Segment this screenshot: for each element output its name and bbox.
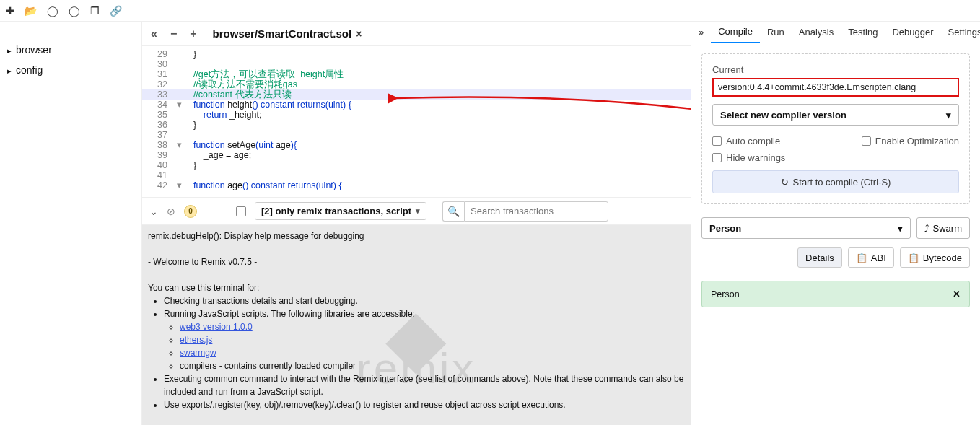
code-editor[interactable]: 29 }3031 //get方法，可以查看读取_height属性32 //读取方… [142, 46, 691, 198]
search-icon[interactable]: 🔍 [442, 201, 464, 222]
current-label: Current [712, 64, 959, 75]
optimize-checkbox[interactable]: Enable Optimization [862, 136, 959, 146]
new-file-icon[interactable]: ✚ [6, 5, 14, 17]
compile-button-label: Start to compile (Ctrl-S) [793, 177, 891, 188]
bytecode-button[interactable]: 📋Bytecode [900, 247, 970, 268]
code-line[interactable]: 29 } [142, 49, 691, 59]
compiler-card: Current version:0.4.4+commit.4633f3de.Em… [701, 53, 970, 204]
collapse-icon[interactable]: « [148, 27, 160, 40]
expand-icon[interactable]: » [691, 27, 711, 38]
code-line[interactable]: 39 _age = age; [142, 150, 691, 160]
terminal-line: Running JavaScript scripts. The followin… [164, 307, 685, 372]
folder-open-icon[interactable]: 📂 [25, 5, 37, 17]
chevron-down-icon: ▾ [946, 110, 951, 121]
tab-compile[interactable]: Compile [711, 22, 760, 43]
right-panel: » Compile Run Analysis Testing Debugger … [691, 22, 980, 425]
file-tab[interactable]: browser/SmartContract.sol × [213, 27, 362, 40]
terminal-line: Executing common command to interact wit… [164, 372, 685, 398]
abi-button[interactable]: 📋ABI [848, 247, 894, 268]
clear-icon[interactable]: ⊘ [167, 206, 175, 217]
tx-filter-label: [2] only remix transactions, script [261, 206, 411, 216]
code-line[interactable]: 41 [142, 170, 691, 180]
github-icon[interactable]: ◯ [47, 5, 58, 17]
copy-icon: 📋 [856, 253, 867, 263]
auto-compile-checkbox[interactable]: Auto compile [712, 136, 780, 146]
github-icon[interactable]: ◯ [69, 5, 80, 17]
code-line[interactable]: 42▾ function age() constant returns(uint… [142, 180, 691, 190]
file-explorer: browser config [0, 22, 142, 425]
result-label: Person [711, 289, 740, 299]
compile-result[interactable]: Person ✕ [701, 281, 970, 307]
tab-analysis[interactable]: Analysis [792, 22, 841, 43]
swarm-label: Swarm [933, 223, 962, 234]
contract-select[interactable]: Person ▾ [701, 217, 911, 239]
upload-icon: ⤴ [924, 223, 929, 234]
terminal-line: Checking transactions details and start … [164, 294, 685, 307]
lib-link[interactable]: web3 version 1.0.0 [180, 322, 253, 332]
tab-testing[interactable]: Testing [841, 22, 885, 43]
code-line[interactable]: 30 [142, 59, 691, 69]
compiler-select[interactable]: Select new compiler version ▾ [712, 104, 959, 126]
terminal-toolbar: ⌄ ⊘ 0 [2] only remix transactions, scrip… [142, 198, 691, 225]
compiler-select-label: Select new compiler version [720, 110, 846, 121]
terminal-line: You can use this terminal for: [148, 281, 685, 294]
code-line[interactable]: 37 [142, 130, 691, 140]
lib-link[interactable]: swarmgw [180, 348, 216, 358]
compiler-version: version:0.4.4+commit.4633f3de.Emscripten… [712, 78, 959, 97]
editor-tabbar: « − + browser/SmartContract.sol × [142, 22, 691, 46]
close-tab-icon[interactable]: × [356, 28, 362, 40]
code-line[interactable]: 36 } [142, 120, 691, 130]
font-decrease-icon[interactable]: − [167, 27, 180, 40]
details-button[interactable]: Details [797, 247, 842, 268]
code-line[interactable]: 32 //读取方法不需要消耗gas [142, 79, 691, 89]
chevron-down-icon: ▾ [898, 223, 903, 234]
swarm-button[interactable]: ⤴ Swarm [916, 217, 970, 239]
link-icon[interactable]: 🔗 [110, 5, 122, 17]
lib-link[interactable]: ethers.js [180, 335, 212, 345]
contract-select-label: Person [709, 223, 741, 234]
code-line[interactable]: 31 //get方法，可以查看读取_height属性 [142, 69, 691, 79]
font-increase-icon[interactable]: + [187, 27, 199, 40]
tree-item-config[interactable]: config [0, 60, 141, 80]
terminal-line: Use exports/.register(key, obj)/.remove(… [164, 398, 685, 411]
code-line[interactable]: 40 } [142, 160, 691, 170]
terminal-line: - Welcome to Remix v0.7.5 - [148, 255, 685, 268]
refresh-icon: ↻ [781, 177, 789, 188]
terminal[interactable]: ◆ remix remix.debugHelp(): Display help … [142, 225, 691, 425]
tab-debugger[interactable]: Debugger [885, 22, 940, 43]
copy-icon[interactable]: ❐ [90, 5, 100, 17]
pending-tx-badge: 0 [184, 205, 197, 218]
file-tab-label: browser/SmartContract.sol [213, 27, 352, 40]
search-input[interactable] [464, 201, 608, 222]
top-toolbar: ✚ 📂 ◯ ◯ ❐ 🔗 [0, 0, 980, 22]
tab-run[interactable]: Run [760, 22, 792, 43]
code-line[interactable]: 33 //constant 代表方法只读 [142, 89, 691, 100]
terminal-line: compilers - contains currently loaded co… [180, 359, 685, 372]
tree-item-browser[interactable]: browser [0, 40, 141, 60]
hide-warnings-checkbox[interactable]: Hide warnings [712, 152, 959, 163]
close-icon[interactable]: ✕ [953, 289, 961, 299]
terminal-toggle-icon[interactable]: ⌄ [149, 206, 158, 217]
code-line[interactable]: 35 return _height; [142, 110, 691, 120]
compile-button[interactable]: ↻ Start to compile (Ctrl-S) [712, 170, 959, 193]
code-line[interactable]: 38▾ function setAge(uint age){ [142, 140, 691, 150]
tx-filter-dropdown[interactable]: [2] only remix transactions, script ▾ [255, 202, 426, 220]
right-tabs: » Compile Run Analysis Testing Debugger … [691, 22, 980, 43]
chevron-down-icon: ▾ [416, 206, 420, 216]
code-line[interactable]: 34▾ function height() constant returns(u… [142, 100, 691, 110]
terminal-line: remix.debugHelp(): Display help message … [148, 229, 685, 242]
center-panel: « − + browser/SmartContract.sol × 29 }30… [142, 22, 691, 425]
tab-settings[interactable]: Settings [941, 22, 980, 43]
listen-checkbox[interactable] [236, 206, 246, 216]
copy-icon: 📋 [908, 253, 919, 263]
